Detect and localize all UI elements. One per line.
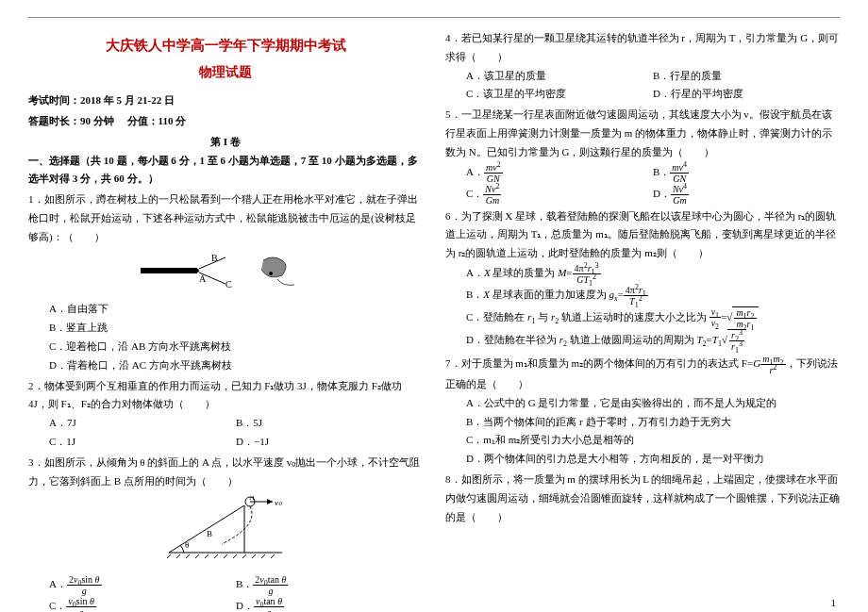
meta-row: 答题时长：90 分钟 分值：110 分 (28, 112, 423, 131)
q7-optC: C．m₁和 m₂所受引力大小总是相等的 (445, 431, 840, 450)
q5-optB: B．mv4GN (653, 162, 840, 184)
q3-text: 3．如图所示，从倾角为 θ 的斜面上的 A 点，以水平速度 v₀抛出一个小球，不… (28, 454, 423, 491)
svg-point-7 (269, 272, 273, 275)
q2-optC: C．1J (49, 433, 236, 452)
q3-options: A．2v0sin θg B．2v0tan θg C．v0sin θg D．v0t… (28, 574, 423, 612)
q3-optC: C．v0sin θg (49, 596, 236, 612)
q4-text: 4．若已知某行星的一颗卫星绕其运转的轨道半径为 r，周期为 T，引力常量为 G，… (445, 29, 840, 67)
q3-diagram: A v₀ B θ (28, 496, 423, 569)
q7-text: 7．对于质量为 m₁和质量为 m₂的两个物体间的万有引力的表达式 F=Gm1m2… (445, 354, 840, 394)
q1-diagram: B A C (28, 253, 423, 295)
q7-optB: B．当两个物体间的距离 r 趋于零时，万有引力趋于无穷大 (445, 413, 840, 432)
title-main: 大庆铁人中学高一学年下学期期中考试 (28, 33, 423, 58)
svg-line-28 (261, 554, 265, 558)
q1-text: 1．如图所示，蹲在树枝上的一只松鼠看到一个猎人正在用枪水平对准它，就在子弹出枪口… (28, 190, 423, 246)
q2-optB: B．5J (236, 414, 423, 433)
q5-options: A．mv2GN B．mv4GN C．Nv2Gm D．Nv4Gm (445, 162, 840, 206)
svg-line-18 (167, 554, 171, 558)
svg-text:B: B (211, 253, 218, 263)
q2-optD: D．−1J (236, 433, 423, 452)
q4-optA: A．该卫星的质量 (466, 67, 653, 86)
svg-line-25 (233, 554, 237, 558)
q1-optC: C．迎着枪口，沿 AB 方向水平跳离树枝 (28, 338, 423, 356)
q1-optA: A．自由落下 (28, 300, 423, 319)
q4-optB: B．行星的质量 (653, 67, 840, 86)
q3-optA: A．2v0sin θg (49, 574, 236, 596)
q5-optC: C．Nv2Gm (466, 184, 653, 206)
part-label: 第 I 卷 (28, 133, 423, 152)
svg-line-27 (252, 554, 256, 558)
svg-line-19 (176, 554, 180, 558)
q3-optB: B．2v0tan θg (236, 574, 423, 596)
q3-optD: D．v0tan θg (236, 596, 423, 612)
q7-optD: D．两个物体间的引力总是大小相等，方向相反的，是一对平衡力 (445, 450, 840, 469)
exam-time: 考试时间：2018 年 5 月 21-22 日 (28, 91, 423, 110)
q7-optA: A．公式中的 G 是引力常量，它是由实验得出的，而不是人为规定的 (445, 394, 840, 413)
svg-line-24 (224, 554, 227, 558)
q6-text: 6．为了探测 X 星球，载着登陆舱的探测飞船在以该星球中心为圆心，半径为 r₁的… (445, 207, 840, 263)
q6-optA: A．X 星球的质量为 M=4π2r13GT12 (445, 263, 840, 285)
q6-optD: D．登陆舱在半径为 r2 轨道上做圆周运动的周期为 T2=T1√r23r13 (445, 329, 840, 352)
section1-heading: 一、选择题（共 10 题，每小题 6 分，1 至 6 小题为单选题，7 至 10… (28, 152, 423, 190)
q5-text: 5．一卫星绕某一行星表面附近做匀速圆周运动，其线速度大小为 v。假设宇航员在该行… (445, 106, 840, 161)
q1-optD: D．背着枪口，沿 AC 方向水平跳离树枝 (28, 356, 423, 375)
q8-text: 8．如图所示，将一质量为 m 的摆球用长为 L 的细绳吊起，上端固定，使摆球在水… (445, 471, 840, 526)
right-column: 4．若已知某行星的一颗卫星绕其运转的轨道半径为 r，周期为 T，引力常量为 G，… (445, 27, 840, 612)
svg-line-21 (195, 554, 199, 558)
q6-optC: C．登陆舱在 r1 与 r2 轨道上运动时的速度大小之比为 v1v2=√m1r2… (445, 306, 840, 329)
svg-text:θ: θ (185, 540, 189, 550)
title-sub: 物理试题 (28, 60, 423, 84)
q1-optB: B．竖直上跳 (28, 319, 423, 338)
page-number: 1 (831, 597, 837, 608)
svg-line-23 (214, 554, 218, 558)
svg-line-20 (186, 554, 190, 558)
svg-text:A: A (249, 496, 256, 502)
q4-optD: D．行星的平均密度 (653, 85, 840, 104)
svg-text:C: C (225, 279, 232, 289)
q6-optB: B．X 星球表面的重力加速度为 gx=4π2r1T12 (445, 285, 840, 306)
svg-line-22 (205, 554, 209, 558)
q4-optC: C．该卫星的平均密度 (466, 85, 653, 104)
svg-marker-13 (267, 499, 273, 504)
svg-text:v₀: v₀ (275, 498, 282, 507)
q5-optA: A．mv2GN (466, 162, 653, 184)
q2-text: 2．物体受到两个互相垂直的作用力而运动，已知力 F₁做功 3J，物体克服力 F₂… (28, 377, 423, 415)
svg-point-1 (195, 269, 199, 273)
left-column: 大庆铁人中学高一学年下学期期中考试 物理试题 考试时间：2018 年 5 月 2… (28, 27, 423, 612)
svg-line-26 (242, 554, 246, 558)
q5-optD: D．Nv4Gm (653, 184, 840, 206)
q2-optA: A．7J (49, 414, 236, 433)
svg-text:B: B (207, 529, 212, 538)
svg-line-29 (271, 554, 275, 558)
